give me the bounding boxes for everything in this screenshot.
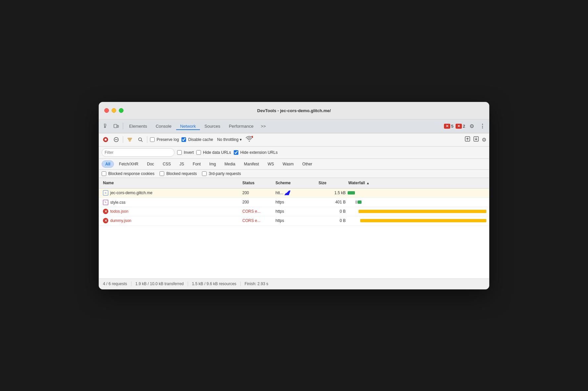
filter-type-js[interactable]: JS bbox=[176, 160, 188, 168]
row-3-name: ✕ todos.json bbox=[102, 209, 241, 214]
invert-label: Invert bbox=[184, 150, 194, 155]
tab-sources[interactable]: Sources bbox=[201, 122, 224, 130]
tab-separator-1 bbox=[123, 123, 123, 129]
network-settings-icon[interactable]: ⚙ bbox=[482, 137, 486, 143]
waterfall-bar-2b bbox=[358, 200, 362, 204]
css-icon: ✎ bbox=[103, 200, 108, 205]
clear-button[interactable] bbox=[112, 136, 120, 144]
disable-cache-checkbox-label[interactable]: Disable cache bbox=[181, 137, 213, 142]
filter-type-media[interactable]: Media bbox=[221, 160, 239, 168]
more-options-icon[interactable]: ⋮ bbox=[478, 121, 486, 131]
error-icon-4: ✕ bbox=[103, 218, 108, 223]
table-row[interactable]: ≡ jec-cors-demo.glitch.me 200 htt... 200… bbox=[99, 189, 489, 198]
throttle-arrow-icon: ▾ bbox=[240, 137, 242, 142]
filter-type-all[interactable]: All bbox=[102, 160, 114, 168]
error-badge-1: ✕ 5 bbox=[444, 124, 454, 129]
device-toolbar-icon[interactable] bbox=[112, 121, 121, 131]
filter-type-ws[interactable]: WS bbox=[264, 160, 277, 168]
row-1-waterfall bbox=[347, 189, 486, 197]
header-status: Status bbox=[241, 181, 274, 185]
blocked-cookies-checkbox[interactable] bbox=[102, 171, 106, 176]
hide-data-urls-checkbox[interactable] bbox=[196, 150, 201, 155]
third-party-label[interactable]: 3rd-party requests bbox=[202, 171, 241, 176]
row-1-scheme: htt... bbox=[275, 191, 283, 195]
error-badge-2: ✕ 2 bbox=[456, 124, 465, 129]
waterfall-bar-1 bbox=[348, 191, 355, 195]
blocked-requests-label[interactable]: Blocked requests bbox=[160, 171, 197, 176]
filter-type-fetch-xhr[interactable]: Fetch/XHR bbox=[115, 160, 142, 168]
preserve-log-checkbox-label[interactable]: Preserve log bbox=[150, 137, 179, 142]
search-button[interactable] bbox=[136, 136, 144, 144]
preserve-log-checkbox[interactable] bbox=[150, 137, 155, 142]
traffic-lights bbox=[104, 108, 123, 113]
settings-gear-icon[interactable]: ⚙ bbox=[467, 121, 476, 131]
filter-type-img[interactable]: Img bbox=[206, 160, 220, 168]
filter-button[interactable] bbox=[126, 136, 134, 144]
close-button[interactable] bbox=[104, 108, 109, 113]
tab-console[interactable]: Console bbox=[152, 122, 175, 130]
waterfall-bar-4 bbox=[360, 219, 486, 222]
header-size: Size bbox=[317, 181, 347, 185]
export-har-icon[interactable] bbox=[473, 136, 479, 143]
filter-type-wasm[interactable]: Wasm bbox=[279, 160, 298, 168]
hide-data-urls-text: Hide data URLs bbox=[203, 150, 231, 155]
invert-checkbox-label[interactable]: Invert bbox=[177, 150, 194, 155]
tabs-overflow-button[interactable]: >> bbox=[258, 122, 269, 130]
inspect-element-icon[interactable] bbox=[102, 121, 111, 131]
status-bar: 4 / 6 requests 1.9 kB / 10.0 kB transfer… bbox=[99, 279, 489, 289]
minimize-button[interactable] bbox=[112, 108, 116, 113]
filter-type-manifest[interactable]: Manifest bbox=[240, 160, 263, 168]
table-row[interactable]: ✎ style.css 200 https 401 B bbox=[99, 198, 489, 207]
row-2-scheme: https bbox=[274, 200, 317, 204]
tab-network[interactable]: Network bbox=[176, 122, 200, 130]
table-row[interactable]: ✕ dummy.json CORS e... https 0 B bbox=[99, 216, 489, 226]
empty-area bbox=[99, 226, 489, 279]
record-stop-button[interactable] bbox=[102, 136, 110, 144]
tabs-right-section: ✕ 5 ✕ 2 ⚙ ⋮ bbox=[444, 121, 486, 131]
header-waterfall[interactable]: Waterfall ▲ bbox=[347, 181, 486, 185]
blocked-requests-checkbox[interactable] bbox=[160, 171, 164, 176]
filter-type-doc[interactable]: Doc bbox=[143, 160, 158, 168]
row-3-size: 0 B bbox=[317, 209, 347, 214]
table-header: Name Status Scheme Size Waterfall ▲ bbox=[99, 178, 489, 189]
filter-type-css[interactable]: CSS bbox=[159, 160, 174, 168]
error-count-1: 5 bbox=[451, 124, 454, 129]
waterfall-bar-3 bbox=[359, 210, 486, 213]
third-party-text: 3rd-party requests bbox=[209, 171, 241, 176]
status-transferred: 1.9 kB / 10.0 kB transferred bbox=[131, 282, 188, 286]
import-har-icon[interactable] bbox=[465, 136, 470, 143]
error-icon-1: ✕ bbox=[444, 124, 450, 129]
hide-data-urls-label[interactable]: Hide data URLs bbox=[196, 150, 231, 155]
status-resources: 1.5 kB / 9.6 kB resources bbox=[188, 282, 241, 286]
filter-input[interactable] bbox=[102, 148, 174, 157]
status-requests: 4 / 6 requests bbox=[103, 282, 131, 286]
svg-rect-6 bbox=[105, 139, 107, 141]
row-1-status: 200 bbox=[241, 191, 274, 195]
row-2-waterfall bbox=[347, 198, 486, 207]
row-4-status: CORS e... bbox=[241, 218, 274, 223]
row-icon-1: ≡ jec-cors-demo.glitch.me bbox=[103, 190, 152, 195]
row-icon-2: ✎ style.css bbox=[103, 200, 125, 205]
disable-cache-checkbox[interactable] bbox=[181, 137, 186, 142]
filter-type-font[interactable]: Font bbox=[189, 160, 204, 168]
header-scheme: Scheme bbox=[274, 181, 317, 185]
toolbar-sep-1 bbox=[123, 136, 123, 143]
filter-type-other[interactable]: Other bbox=[299, 160, 316, 168]
network-table-area: Name Status Scheme Size Waterfall ▲ ≡ je… bbox=[99, 178, 489, 279]
throttle-dropdown[interactable]: No throttling ▾ bbox=[216, 137, 243, 143]
tab-performance[interactable]: Performance bbox=[225, 122, 257, 130]
table-row[interactable]: ✕ todos.json CORS e... https 0 B bbox=[99, 207, 489, 216]
row-1-scheme-cell: htt... 200 OK bbox=[274, 191, 317, 195]
hide-extension-urls-label[interactable]: Hide extension URLs bbox=[234, 150, 278, 155]
window-title: DevTools - jec-cors-demo.glitch.me/ bbox=[257, 108, 331, 113]
invert-checkbox[interactable] bbox=[177, 150, 182, 155]
blocked-cookies-label[interactable]: Blocked response cookies bbox=[102, 171, 154, 176]
hide-extension-urls-checkbox[interactable] bbox=[234, 150, 238, 155]
svg-rect-4 bbox=[117, 125, 119, 127]
tab-elements[interactable]: Elements bbox=[125, 122, 151, 130]
maximize-button[interactable] bbox=[119, 108, 123, 113]
third-party-checkbox[interactable] bbox=[202, 171, 207, 176]
error-count-2: 2 bbox=[463, 124, 465, 129]
hide-extension-urls-text: Hide extension URLs bbox=[240, 150, 278, 155]
header-name: Name bbox=[102, 181, 241, 185]
